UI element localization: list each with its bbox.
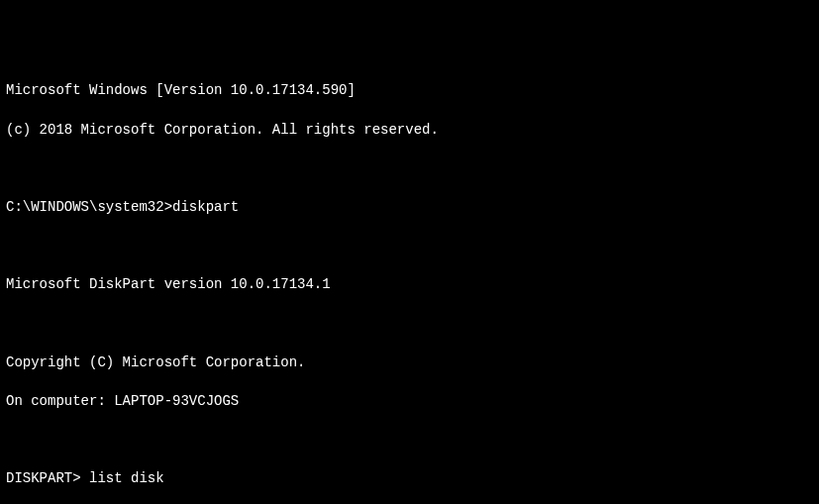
blank-line [6,315,813,335]
blank-line [6,159,813,179]
cmd-prompt-path: C:\WINDOWS\system32> [6,199,172,215]
cmd-command: diskpart [172,199,239,215]
os-version-line: Microsoft Windows [Version 10.0.17134.59… [6,81,813,101]
cmd-prompt-line: C:\WINDOWS\system32>diskpart [6,198,813,218]
blank-line [6,237,813,256]
diskpart-prompt-line: DISKPART> list disk [6,469,813,489]
os-copyright-line: (c) 2018 Microsoft Corporation. All righ… [6,121,813,141]
diskpart-command: list disk [89,470,164,486]
diskpart-prompt: DISKPART> [6,470,89,486]
diskpart-computer: On computer: LAPTOP-93VCJOGS [6,392,813,412]
diskpart-version: Microsoft DiskPart version 10.0.17134.1 [6,275,813,295]
diskpart-copyright: Copyright (C) Microsoft Corporation. [6,353,813,373]
blank-line [6,431,813,451]
